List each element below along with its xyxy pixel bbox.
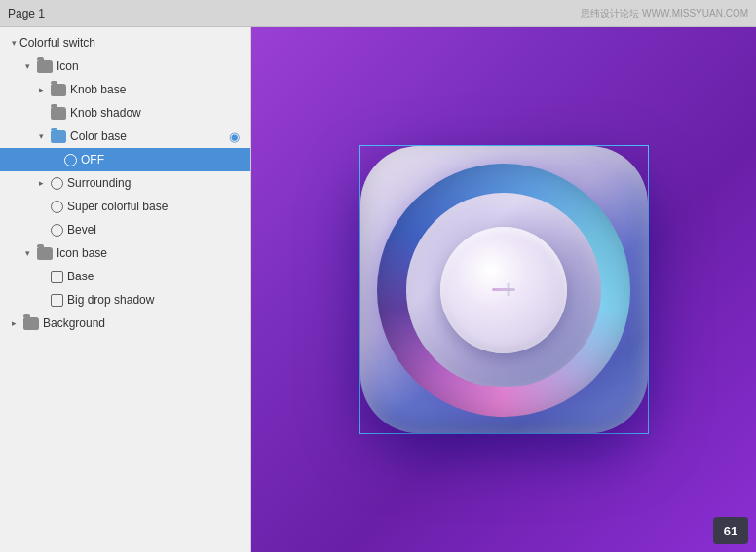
sidebar-item-label: Base bbox=[67, 270, 243, 283]
arrow-spacer bbox=[35, 224, 47, 236]
arrow-icon bbox=[8, 317, 19, 329]
sidebar-item-label: OFF bbox=[81, 153, 243, 166]
arrow-spacer bbox=[35, 294, 47, 306]
sidebar-item-base[interactable]: Base bbox=[0, 265, 250, 288]
sidebar-item-bevel[interactable]: Bevel bbox=[0, 218, 250, 241]
sidebar-item-label: Colorful switch bbox=[19, 36, 243, 50]
arrow-icon bbox=[35, 177, 47, 189]
arrow-spacer bbox=[35, 271, 47, 282]
arrow-icon bbox=[8, 37, 19, 49]
layer-icon bbox=[51, 201, 63, 213]
sidebar-item-icon[interactable]: Icon bbox=[0, 55, 250, 78]
layer-icon bbox=[64, 154, 77, 166]
folder-icon bbox=[51, 107, 66, 120]
canvas-area[interactable]: ✛ 61 bbox=[251, 27, 756, 552]
arrow-spacer bbox=[35, 107, 47, 119]
sidebar-item-surrounding[interactable]: Surrounding bbox=[0, 171, 250, 195]
sidebar-item-label: Icon base bbox=[57, 246, 243, 260]
selection-box: ✛ bbox=[359, 145, 649, 434]
arrow-icon bbox=[21, 60, 33, 72]
sidebar-item-knob-base[interactable]: Knob base bbox=[0, 78, 250, 101]
folder-icon bbox=[37, 60, 53, 73]
sidebar-item-super-colorful-base[interactable]: Super colorful base bbox=[0, 195, 250, 218]
watermark: 思纬设计论坛 WWW.MISSYUAN.COM bbox=[581, 7, 748, 20]
arrow-icon bbox=[35, 84, 47, 95]
arrow-spacer bbox=[49, 154, 60, 166]
layer-checkbox-icon bbox=[51, 271, 63, 283]
top-bar: Page 1 思纬设计论坛 WWW.MISSYUAN.COM bbox=[0, 0, 756, 27]
sidebar-item-big-drop-shadow[interactable]: Big drop shadow bbox=[0, 288, 250, 312]
sidebar-item-icon-base[interactable]: Icon base bbox=[0, 241, 250, 265]
layer-icon bbox=[51, 177, 63, 190]
arrow-icon bbox=[21, 247, 33, 259]
sidebar-item-off[interactable]: OFF bbox=[0, 148, 250, 171]
folder-blue-icon bbox=[51, 130, 66, 143]
arrow-icon bbox=[35, 130, 47, 142]
sidebar-item-label: Knob base bbox=[70, 83, 243, 96]
layers-panel[interactable]: Colorful switch Icon Knob base Knob shad… bbox=[0, 27, 251, 552]
sidebar-item-label: Bevel bbox=[67, 223, 243, 237]
move-crosshair-icon: ✛ bbox=[497, 278, 520, 302]
sidebar-item-color-base[interactable]: Color base ◉ bbox=[0, 125, 250, 148]
sidebar-item-background[interactable]: Background bbox=[0, 312, 250, 335]
sidebar-item-label: Background bbox=[43, 316, 243, 330]
sidebar-item-label: Knob shadow bbox=[70, 106, 243, 120]
sidebar-item-colorful-switch[interactable]: Colorful switch bbox=[0, 31, 250, 55]
sidebar-item-label: Color base bbox=[70, 129, 225, 143]
folder-icon bbox=[51, 84, 66, 96]
sidebar-item-label: Icon bbox=[57, 59, 243, 73]
sidebar-item-label: Big drop shadow bbox=[67, 293, 243, 307]
folder-icon bbox=[23, 317, 39, 330]
layer-icon bbox=[51, 224, 63, 237]
visibility-icon[interactable]: ◉ bbox=[225, 128, 243, 145]
page-title: Page 1 bbox=[8, 7, 45, 20]
page-number-badge: 61 bbox=[713, 517, 748, 544]
sidebar-item-knob-shadow[interactable]: Knob shadow bbox=[0, 101, 250, 125]
main-layout: Colorful switch Icon Knob base Knob shad… bbox=[0, 27, 756, 552]
folder-icon bbox=[37, 247, 53, 260]
arrow-spacer bbox=[35, 201, 47, 212]
layer-checkbox-icon bbox=[51, 294, 63, 307]
sidebar-item-label: Super colorful base bbox=[67, 200, 243, 213]
sidebar-item-label: Surrounding bbox=[67, 176, 243, 190]
